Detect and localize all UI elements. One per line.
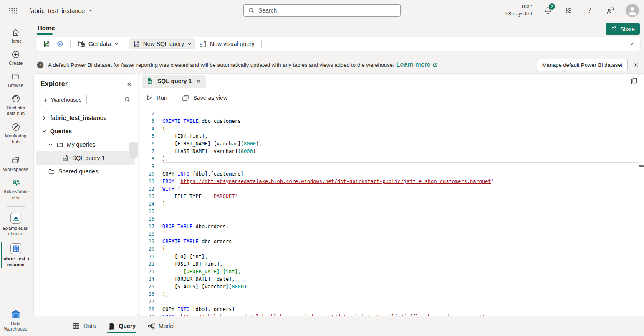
tree-item-my-queries[interactable]: My queries: [36, 138, 135, 151]
code-line-10[interactable]: 10COPY INTO [dbo].[customers]: [139, 170, 644, 178]
code-line-2[interactable]: 2: [139, 110, 644, 117]
code-line-26[interactable]: 26);: [139, 290, 644, 298]
code-line-7[interactable]: 7 [LAST_NAME] [varchar](8000): [139, 148, 644, 155]
editor-overview-ruler[interactable]: [639, 107, 644, 316]
refresh-script-button[interactable]: [40, 38, 53, 50]
home-tab-underline: [37, 33, 53, 35]
workspace-switcher[interactable]: fabric_test_instance: [29, 7, 93, 14]
feedback-button[interactable]: [605, 5, 616, 16]
code-line-29[interactable]: 29FROM 'https://dbtlabsynapsedatalake.bl…: [139, 313, 644, 316]
explorer-title: Explorer: [40, 80, 68, 88]
search-input[interactable]: [258, 7, 396, 14]
collapse-explorer-icon[interactable]: «: [127, 80, 131, 88]
code-line-17[interactable]: 17DROP TABLE dbo.orders;: [139, 223, 644, 230]
settings-button[interactable]: [563, 5, 574, 16]
ribbon-tab-home[interactable]: Home: [37, 23, 56, 33]
code-line-21[interactable]: 21 [ID] [int],: [139, 253, 644, 260]
code-line-24[interactable]: 24 [ORDER_DATE] [date],: [139, 275, 644, 283]
line-content: FROM 'https://dbtlabsynapsedatalake.blob…: [162, 178, 638, 185]
code-line-16[interactable]: 16: [139, 215, 644, 223]
code-line-12[interactable]: 12WITH (: [139, 185, 644, 193]
notifications-button[interactable]: 2: [542, 5, 553, 16]
tab-title: SQL query 1: [157, 78, 192, 84]
line-number: 2: [139, 110, 154, 117]
sidebar-item-create[interactable]: Create: [0, 47, 31, 69]
account-button[interactable]: [626, 4, 639, 17]
banner-close-icon[interactable]: [633, 62, 639, 68]
code-line-13[interactable]: 13 FILE_TYPE = 'PARQUET': [139, 193, 644, 200]
line-number: 14: [139, 200, 154, 208]
tree-item-shared-queries[interactable]: Shared queries: [36, 165, 135, 178]
tree-item-queries[interactable]: Queries: [36, 125, 135, 138]
sql-file-icon: SQL: [146, 77, 154, 85]
settings-button[interactable]: [53, 38, 67, 50]
copy-icon[interactable]: [630, 77, 638, 85]
sidebar-item-workspaces[interactable]: Workspaces: [0, 153, 31, 176]
code-line-11[interactable]: 11FROM 'https://dbtlabsynapsedatalake.bl…: [139, 178, 644, 185]
share-button[interactable]: Share: [606, 23, 640, 35]
top-app-bar: fabric_test_instance Trial: 58 days left…: [0, 0, 644, 21]
tree-item-sql-query-1[interactable]: SQLSQL query 1: [36, 151, 135, 165]
code-line-8[interactable]: 8);: [139, 155, 644, 163]
chevron-right-icon[interactable]: [42, 115, 47, 120]
app-launcher-button[interactable]: [3, 0, 23, 21]
line-content: WITH (: [162, 185, 638, 193]
code-line-22[interactable]: 22 [USER_ID] [int],: [139, 260, 644, 268]
run-button[interactable]: Run: [145, 94, 167, 102]
code-line-6[interactable]: 6 [FIRST_NAME] [varchar](8000),: [139, 140, 644, 148]
close-tab-icon[interactable]: [195, 78, 202, 84]
sidebar-item-onelake-data-hub[interactable]: OneLake data hub: [0, 91, 31, 120]
view-tab-data[interactable]: Data: [72, 316, 96, 336]
manage-default-dataset-button[interactable]: Manage default Power BI dataset: [537, 59, 628, 71]
sidebar-item-fabric-test-instance[interactable]: fabric_test_instance: [0, 240, 31, 271]
sidebar-item-dbtlabsfabricdev[interactable]: dbtlabsfabricdev: [0, 176, 31, 204]
sidebar-item-examplelakehouse[interactable]: ExampleLakehouse: [0, 209, 31, 240]
chevron-down-icon[interactable]: [48, 142, 53, 147]
chevron-down-icon[interactable]: [42, 129, 47, 134]
sidebar-item-browse[interactable]: Browse: [0, 69, 31, 92]
line-number: 19: [139, 238, 154, 245]
code-line-25[interactable]: 25 [STATUS] [varchar](8000): [139, 283, 644, 290]
sidebar-item-home[interactable]: Home: [0, 25, 31, 47]
line-number: 11: [139, 178, 154, 185]
line-number: 9: [139, 163, 154, 170]
explorer-search-icon[interactable]: [124, 96, 131, 103]
sql-code-editor[interactable]: 23CREATE TABLE dbo.customers4(5 [ID] [in…: [139, 107, 644, 316]
code-line-27[interactable]: 27: [139, 298, 644, 305]
code-line-20[interactable]: 20(: [139, 245, 644, 253]
tree-item-fabric-test-instance[interactable]: fabric_test_instance: [36, 111, 135, 125]
code-line-18[interactable]: 18: [139, 230, 644, 238]
save-as-view-button[interactable]: Save as view: [182, 94, 227, 102]
code-line-19[interactable]: 19CREATE TABLE dbo.orders: [139, 238, 644, 245]
default-dataset-banner: i A default Power BI dataset for faster …: [31, 56, 644, 73]
tab-sql-query-1[interactable]: SQL SQL query 1: [142, 75, 206, 88]
toolbar-expand-chevron-icon[interactable]: [628, 40, 636, 48]
code-line-28[interactable]: 28COPY INTO [dbo].[orders]: [139, 305, 644, 313]
panel-resize-handle[interactable]: [129, 142, 138, 158]
code-line-23[interactable]: 23 -- [ORDER_DATE] [int],: [139, 268, 644, 275]
banner-message: A default Power BI dataset for faster re…: [48, 62, 394, 68]
get-data-button[interactable]: Get data: [74, 38, 122, 50]
view-tab-query[interactable]: Query: [108, 316, 136, 336]
add-warehouses-button[interactable]: + Warehouses: [40, 94, 87, 105]
sidebar-item-data-warehouse[interactable]: Data Warehouse: [0, 306, 31, 336]
global-search[interactable]: [243, 4, 401, 17]
code-line-3[interactable]: 3CREATE TABLE dbo.customers: [139, 117, 644, 125]
code-line-4[interactable]: 4(: [139, 125, 644, 132]
notification-badge: 2: [549, 3, 555, 10]
new-sql-query-button[interactable]: SQLNew SQL query: [129, 38, 195, 49]
code-line-14[interactable]: 14);: [139, 200, 644, 208]
line-number: 28: [139, 305, 154, 313]
data-warehouse-icon: [10, 309, 21, 319]
help-button[interactable]: ?: [584, 5, 595, 16]
learn-more-link[interactable]: Learn more: [397, 61, 439, 69]
line-number: 4: [139, 125, 154, 132]
new-visual-query-button[interactable]: New visual query: [195, 38, 258, 50]
view-tab-model[interactable]: Model: [147, 316, 174, 336]
line-content: );: [162, 200, 638, 208]
code-line-15[interactable]: 15: [139, 208, 644, 215]
code-line-5[interactable]: 5 [ID] [int],: [139, 132, 644, 140]
code-line-9[interactable]: 9: [139, 163, 644, 170]
sidebar-item-monitoring-hub[interactable]: Monitoring hub: [0, 120, 31, 148]
left-nav-rail: HomeCreateBrowseOneLake data hubMonitori…: [0, 21, 31, 336]
